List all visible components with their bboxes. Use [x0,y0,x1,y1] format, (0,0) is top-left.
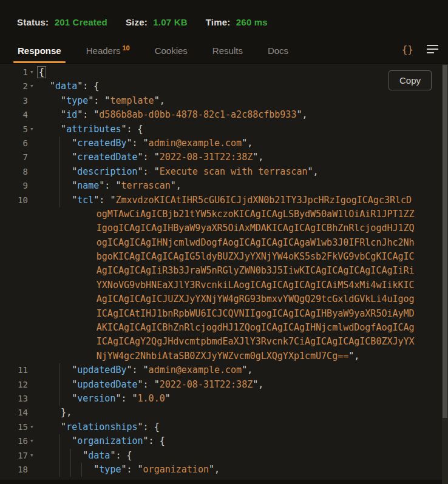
tab-label: Headers [86,45,121,56]
collapse-arrow-icon[interactable]: ▾ [30,79,34,93]
copy-button[interactable]: Copy [389,70,432,90]
tab-results[interactable]: Results [208,45,247,63]
code-line-wrap: ogMTAwCiAgICBjb21tYW5kczoKICAgICAgLSBydW… [0,207,448,221]
code-text: "type": "template", [39,94,448,108]
json-punctuation: " [72,138,77,149]
json-string-value: 2022-08-31T22:38Z [160,379,253,390]
tab-bar: ResponseHeaders10CookiesResultsDocs {} [0,32,448,63]
json-punctuation: " [72,379,77,390]
json-key: data [88,450,110,461]
horizontal-scrollbar[interactable] [0,480,442,484]
json-punctuation: ", [209,464,220,475]
json-string-value: d586b8ab-d0bb-4878-82c1-a2c88cfbb933 [99,109,296,120]
tab-label: Response [18,45,61,56]
code-text: "organization": { [39,434,448,448]
code-line: 18"type": "organization", [0,463,448,477]
json-key: id [66,109,77,120]
json-key: updatedDate [77,379,137,390]
line-number: 2 [0,79,28,93]
code-text: "type": "organization", [39,463,448,477]
line-number: 4 [0,108,28,122]
line-number: 18 [0,463,28,477]
json-string-value: ogICAgICAgIHNjcmlwdDogfAogICAgICAgICAgaW… [97,237,415,248]
json-string-value: ogMTAwCiAgICBjb21tYW5kczoKICAgICAgLSBydW… [97,209,415,220]
json-string-value: YXNoVG9vbHNEaXJlY3RvcnkiLAogICAgICAgICAg… [97,280,415,291]
tab-label: Docs [268,45,288,56]
code-text: "createdDate": "2022-08-31T22:38Z", [39,150,448,164]
code-line: 3"type": "template", [0,94,448,108]
json-string-value: 1.0.0 [138,393,165,404]
json-punctuation: ", [296,109,307,120]
indent-guide [59,434,60,448]
json-punctuation: " [72,393,77,404]
json-string-value: NjYW4gc2NhbiAtaSB0ZXJyYWZvcm0gLXQgYXp1cm… [97,351,348,361]
status-group: Status: 201 Created [17,17,107,27]
collapse-arrow-icon[interactable]: ▾ [30,420,34,434]
json-key: attributes [66,124,121,135]
code-text: "version": "1.0.0" [39,392,448,406]
json-string-value: Execute scan with terrascan [160,166,308,177]
size-value: 1.07 KB [153,17,187,27]
json-punctuation: ": " [115,393,137,404]
indent-guide [59,150,60,164]
code-text: NjYW4gc2NhbiAtaSB0ZXJyYWZvcm0gLXQgYXp1cm… [39,349,448,363]
json-string-value: bgoKICAgICAgICAgIG5ldyBUZXJyYXNjYW4oKS5s… [97,251,415,262]
braces-icon[interactable]: {} [402,44,413,55]
indent-guide [59,392,60,406]
line-number: 9 [0,179,28,193]
code-line: 10"tcl": "ZmxvdzoKICAtIHR5cGU6ICJjdXN0b2… [0,193,448,207]
json-punctuation: " [72,152,77,163]
json-string-value: ZmxvdzoKICAtIHR5cGU6ICJjdXN0b21TY3JpcHRz… [115,195,412,206]
indent-guide [59,363,60,377]
code-line: 2▾"data": { [0,79,448,93]
json-punctuation: ": { [143,435,165,446]
tab-headers[interactable]: Headers10 [82,45,134,63]
json-punctuation: " [50,81,55,92]
tab-bar-icons: {} [402,41,438,57]
code-text: { [39,66,448,79]
indent-guide [59,136,60,150]
json-punctuation: ": " [121,464,143,475]
line-number: 16 [0,434,28,448]
code-line: 1▾{ [0,66,448,79]
size-group: Size: 1.07 KB [126,17,188,27]
response-body-panel: Copy 1▾{2▾"data": {3"type": "template",4… [0,63,448,484]
code-line: 8"description": "Execute scan with terra… [0,165,448,179]
json-punctuation: ", [348,351,359,361]
code-text: AgICAgICAgIiR3b3JraW5nRGlyZWN0b3J5IiwKIC… [39,264,448,278]
vertical-scrollbar[interactable] [442,64,448,484]
line-number: 12 [0,378,28,392]
collapse-arrow-icon[interactable]: ▾ [30,448,34,462]
json-punctuation: ": " [93,195,115,206]
json-key: updatedBy [77,365,126,375]
code-text: "id": "d586b8ab-d0bb-4878-82c1-a2c88cfbb… [39,108,448,122]
vertical-scrollbar-thumb[interactable] [443,65,447,418]
indent-guide [70,449,71,463]
indent-guide [59,193,60,207]
code-line: 16▾"organization": { [0,434,448,448]
tab-cookies[interactable]: Cookies [151,45,192,63]
json-key: createdBy [77,138,126,149]
code-text: "name": "terrascan", [39,179,448,193]
json-punctuation: ": " [126,138,148,149]
json-punctuation: " [72,435,77,446]
json-string-value: 2022-08-31T22:38Z [160,152,253,163]
json-key: type [99,464,121,475]
code-line-wrap: IgogICAgICAgIHByaW9yaXR5OiAxMDAKICAgICAg… [0,221,448,235]
collapse-arrow-icon[interactable]: ▾ [30,434,34,448]
status-label: Status: [17,17,49,27]
tab-response[interactable]: Response [13,45,66,63]
json-punctuation: " [165,393,171,404]
collapse-arrow-icon[interactable]: ▾ [30,122,34,136]
collapse-arrow-icon[interactable]: ▾ [30,65,34,79]
code-text: ICAgICAtIHJ1bnRpbWU6ICJCQVNIIgogICAgICAg… [39,307,448,321]
json-key: name [77,180,99,191]
json-string-value: terrascan [121,180,170,191]
json-punctuation: ": " [138,379,160,390]
code-line: 7"createdDate": "2022-08-31T22:38Z", [0,150,448,164]
json-string-value: IgogICAgICAgIHByaW9yaXR5OiAxMDAKICAgICAg… [97,223,415,234]
line-number: 14 [0,406,28,420]
code-line: 6"createdBy": "admin@example.com", [0,136,448,150]
wrap-lines-icon[interactable] [427,41,438,57]
tab-docs[interactable]: Docs [263,45,293,63]
